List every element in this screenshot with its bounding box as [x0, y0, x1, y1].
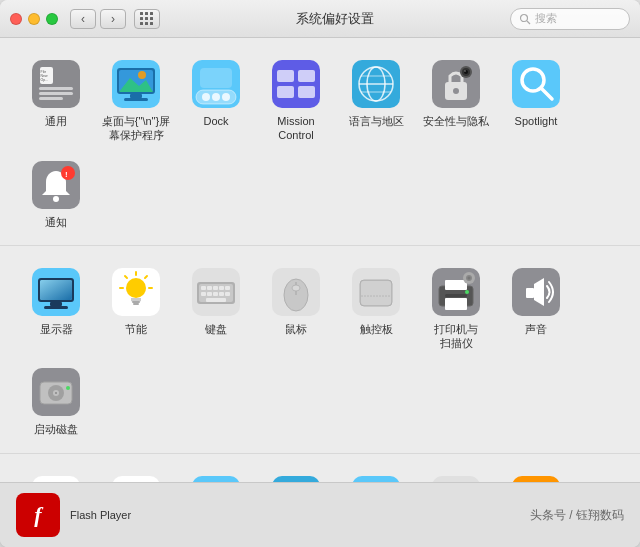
mission-icon	[272, 60, 320, 108]
svg-rect-89	[445, 280, 467, 290]
pref-energy[interactable]: 节能	[96, 258, 176, 344]
pref-spotlight[interactable]: Spotlight	[496, 50, 576, 136]
pref-printer[interactable]: 打印机与 扫描仪	[416, 258, 496, 359]
svg-rect-90	[445, 298, 467, 310]
internet-items: iCloud @ 互联网 帐户	[16, 466, 624, 482]
display-label: 显示器	[40, 322, 73, 336]
search-icon	[519, 13, 531, 25]
svg-point-20	[202, 93, 210, 101]
svg-rect-71	[201, 292, 206, 296]
svg-rect-24	[277, 70, 294, 82]
search-placeholder: 搜索	[535, 11, 557, 26]
close-button[interactable]	[10, 13, 22, 25]
preferences-content: File New Op... 通用	[0, 38, 640, 482]
pref-internet-accounts[interactable]: @ 互联网 帐户	[96, 466, 176, 482]
svg-text:Op...: Op...	[41, 78, 49, 82]
svg-text:!: !	[65, 170, 68, 179]
bottom-bar: f Flash Player 头条号 / 钰翔数码	[0, 482, 640, 547]
svg-line-59	[145, 276, 147, 278]
pref-startup[interactable]: 启动磁盘	[16, 358, 96, 444]
pref-sound[interactable]: 声音	[496, 258, 576, 344]
pref-appstore[interactable]: App Store	[176, 466, 256, 482]
back-button[interactable]: ‹	[70, 9, 96, 29]
pref-dock[interactable]: Dock	[176, 50, 256, 136]
svg-point-0	[521, 14, 528, 21]
spotlight-icon	[512, 60, 560, 108]
svg-point-21	[212, 93, 220, 101]
security-label: 安全性与隐私	[423, 114, 489, 128]
keyboard-icon	[192, 268, 240, 316]
watermark: 头条号 / 钰翔数码	[530, 507, 624, 524]
minimize-button[interactable]	[28, 13, 40, 25]
pref-display[interactable]: 显示器	[16, 258, 96, 344]
svg-rect-41	[512, 60, 560, 108]
notification-icon: !	[32, 161, 80, 209]
general-icon: File New Op...	[32, 60, 80, 108]
grid-icon	[140, 12, 154, 26]
svg-rect-66	[201, 286, 206, 290]
pref-desktop[interactable]: 桌面与{"\n"}屏幕保护程序	[96, 50, 176, 151]
pref-bluetooth[interactable]: 蓝牙	[336, 466, 416, 482]
svg-rect-57	[133, 303, 139, 305]
desktop-icon	[112, 60, 160, 108]
mouse-label: 鼠标	[285, 322, 307, 336]
pref-extensions[interactable]: 扩展	[416, 466, 496, 482]
pref-icloud[interactable]: iCloud	[16, 466, 96, 482]
pref-mouse[interactable]: 鼠标	[256, 258, 336, 344]
maximize-button[interactable]	[46, 13, 58, 25]
svg-rect-75	[225, 292, 230, 296]
svg-rect-51	[40, 280, 72, 300]
svg-rect-92	[445, 294, 467, 297]
svg-point-46	[61, 166, 75, 180]
svg-rect-2	[32, 60, 80, 108]
spotlight-label: Spotlight	[515, 114, 558, 128]
svg-rect-27	[298, 86, 315, 98]
svg-rect-53	[44, 306, 68, 309]
svg-rect-52	[50, 302, 62, 306]
svg-point-40	[464, 70, 466, 72]
search-box[interactable]: 搜索	[510, 8, 630, 30]
svg-rect-69	[219, 286, 224, 290]
svg-rect-56	[132, 301, 140, 303]
section-internet: iCloud @ 互联网 帐户	[0, 454, 640, 482]
svg-point-105	[66, 386, 70, 390]
titlebar: ‹ › 系统偏好设置 搜索	[0, 0, 640, 38]
trackpad-label: 触控板	[360, 322, 393, 336]
svg-point-81	[292, 285, 300, 291]
svg-rect-25	[298, 70, 315, 82]
keyboard-label: 键盘	[205, 322, 227, 336]
pref-security[interactable]: 安全性与隐私	[416, 50, 496, 136]
svg-rect-76	[206, 298, 226, 302]
pref-keyboard[interactable]: 键盘	[176, 258, 256, 344]
svg-rect-97	[526, 288, 534, 298]
security-icon	[432, 60, 480, 108]
dock-label: Dock	[203, 114, 228, 128]
svg-rect-23	[272, 60, 320, 108]
svg-point-95	[468, 276, 471, 279]
svg-point-55	[126, 278, 146, 298]
pref-mission[interactable]: Mission Control	[256, 50, 336, 151]
pref-general[interactable]: File New Op... 通用	[16, 50, 96, 136]
svg-rect-74	[219, 292, 224, 296]
sound-icon	[512, 268, 560, 316]
language-icon	[352, 60, 400, 108]
svg-rect-26	[277, 86, 294, 98]
startup-icon	[32, 368, 80, 416]
pref-notification[interactable]: ! 通知	[16, 151, 96, 237]
pref-trackpad[interactable]: 触控板	[336, 258, 416, 344]
svg-line-1	[527, 21, 530, 24]
pref-sharing[interactable]: ⚠ 共享	[496, 466, 576, 482]
svg-line-61	[125, 276, 127, 278]
pref-network[interactable]: 网络	[256, 466, 336, 482]
printer-icon	[432, 268, 480, 316]
svg-point-91	[465, 290, 469, 294]
flash-player-icon[interactable]: f	[16, 493, 60, 537]
svg-point-45	[53, 196, 59, 202]
mission-label: Mission Control	[277, 114, 314, 143]
pref-language[interactable]: 语言与地区	[336, 50, 416, 136]
sound-label: 声音	[525, 322, 547, 336]
hardware-items: 显示器	[16, 258, 624, 445]
forward-button[interactable]: ›	[100, 9, 126, 29]
bottom-left: f Flash Player	[16, 493, 131, 537]
all-prefs-button[interactable]	[134, 9, 160, 29]
